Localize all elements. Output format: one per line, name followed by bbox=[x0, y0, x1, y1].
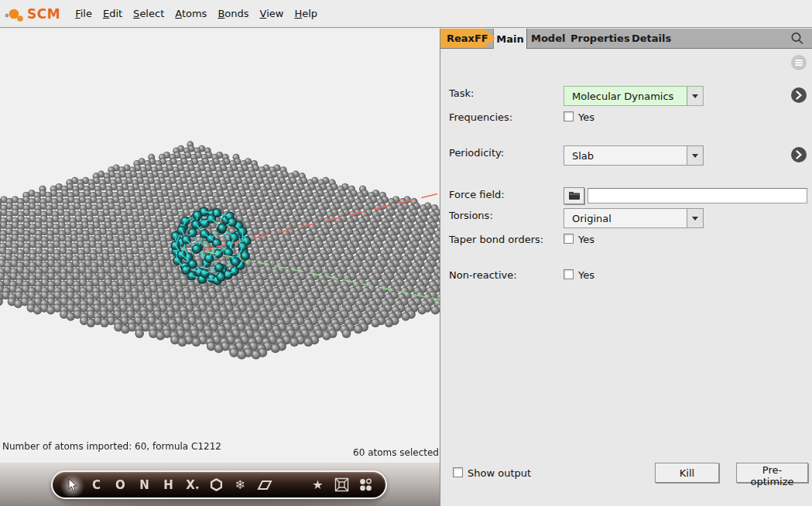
tab-properties[interactable]: Properties bbox=[570, 29, 630, 48]
periodic-box-tool-icon[interactable] bbox=[330, 474, 354, 497]
tab-details[interactable]: Details bbox=[632, 29, 671, 48]
pre-optimize-button[interactable]: Pre-optimize bbox=[736, 463, 808, 483]
menu-select[interactable]: Select bbox=[133, 8, 164, 19]
task-detail-arrow-button[interactable] bbox=[791, 87, 807, 103]
task-value: Molecular Dynamics bbox=[564, 87, 687, 105]
periodicity-label: Periodicity: bbox=[449, 147, 504, 159]
menu-edit[interactable]: Edit bbox=[103, 8, 122, 19]
scm-reaxff-window: SCM File Edit Select Atoms Bonds View He… bbox=[0, 0, 812, 506]
favorites-tool-icon[interactable]: ★ bbox=[306, 474, 330, 497]
render-mode-tool-icon[interactable] bbox=[354, 474, 378, 497]
non-reactive-label: Non-reactive: bbox=[449, 269, 517, 281]
kill-button[interactable]: Kill bbox=[655, 463, 719, 483]
taper-bond-orders-label: Taper bond orders: bbox=[449, 234, 543, 245]
scm-logo-icon: SCM bbox=[3, 2, 60, 26]
frequencies-checkbox-label[interactable]: Yes bbox=[578, 111, 594, 123]
cell-tool-icon[interactable] bbox=[252, 474, 276, 497]
pointer-tool-icon[interactable] bbox=[60, 474, 84, 497]
force-field-path-input[interactable] bbox=[588, 188, 807, 203]
folder-icon bbox=[568, 191, 581, 200]
task-dropdown[interactable]: Molecular Dynamics bbox=[564, 86, 704, 106]
viewport-toolbar-strip: C O N H X▾ ❄ ★ bbox=[0, 463, 440, 506]
atom-toolbar: C O N H X▾ ❄ ★ bbox=[51, 470, 387, 499]
panel-menu-icon[interactable] bbox=[791, 55, 807, 70]
non-reactive-checkbox-label[interactable]: Yes bbox=[578, 269, 594, 281]
tab-main[interactable]: Main bbox=[493, 29, 527, 49]
force-field-label: Force field: bbox=[449, 189, 505, 200]
search-icon[interactable] bbox=[790, 31, 805, 46]
torsions-value: Original bbox=[564, 209, 687, 227]
element-o-button[interactable]: O bbox=[108, 474, 132, 497]
menu-view[interactable]: View bbox=[260, 8, 284, 19]
toolbar-reflection bbox=[62, 500, 379, 506]
tab-model[interactable]: Model bbox=[531, 29, 565, 48]
periodicity-detail-arrow-button[interactable] bbox=[791, 147, 807, 162]
frequencies-checkbox[interactable] bbox=[564, 111, 574, 121]
task-label: Task: bbox=[449, 87, 474, 99]
menu-atoms[interactable]: Atoms bbox=[175, 8, 207, 19]
periodicity-dropdown-arrow-icon[interactable] bbox=[687, 146, 703, 165]
element-x-button[interactable]: X▾ bbox=[180, 474, 204, 497]
element-h-button[interactable]: H bbox=[156, 474, 180, 497]
element-c-button[interactable]: C bbox=[84, 474, 108, 497]
periodicity-dropdown[interactable]: Slab bbox=[564, 145, 704, 166]
import-status-text: Number of atoms imported: 60, formula C1… bbox=[2, 441, 221, 452]
frequencies-label: Frequencies: bbox=[449, 111, 512, 123]
scm-logo-text: SCM bbox=[27, 6, 60, 22]
taper-bond-orders-checkbox-label[interactable]: Yes bbox=[578, 234, 594, 245]
menu-bonds[interactable]: Bonds bbox=[218, 8, 248, 19]
force-field-browse-button[interactable] bbox=[564, 187, 584, 204]
molecule-viewport[interactable]: Number of atoms imported: 60, formula C1… bbox=[0, 29, 440, 506]
tab-bar: ReaxFF Main Model Properties Details bbox=[440, 29, 812, 49]
selection-status-text: 60 atoms selected bbox=[353, 447, 439, 458]
torsions-dropdown[interactable]: Original bbox=[564, 208, 704, 228]
torsions-label: Torsions: bbox=[449, 210, 493, 221]
show-output-checkbox[interactable] bbox=[453, 467, 463, 477]
task-dropdown-arrow-icon[interactable] bbox=[687, 87, 703, 105]
settings-panel: ReaxFF Main Model Properties Details Tas… bbox=[440, 29, 812, 506]
element-n-button[interactable]: N bbox=[132, 474, 156, 497]
ring-tool-icon[interactable] bbox=[204, 474, 228, 497]
menu-file[interactable]: File bbox=[75, 8, 92, 19]
menu-help[interactable]: Help bbox=[294, 8, 317, 19]
module-tab-reaxff[interactable]: ReaxFF bbox=[440, 29, 495, 48]
show-output-label[interactable]: Show output bbox=[468, 467, 531, 479]
freeze-tool-icon[interactable]: ❄ bbox=[228, 474, 252, 497]
molecule-render-canvas[interactable] bbox=[0, 29, 440, 463]
torsions-dropdown-arrow-icon[interactable] bbox=[687, 209, 703, 227]
element-picker-arrow-icon: ▾ bbox=[196, 484, 199, 491]
taper-bond-orders-checkbox[interactable] bbox=[564, 234, 574, 244]
menu-bar: SCM File Edit Select Atoms Bonds View He… bbox=[0, 0, 812, 28]
periodicity-value: Slab bbox=[564, 146, 687, 165]
non-reactive-checkbox[interactable] bbox=[564, 269, 574, 279]
